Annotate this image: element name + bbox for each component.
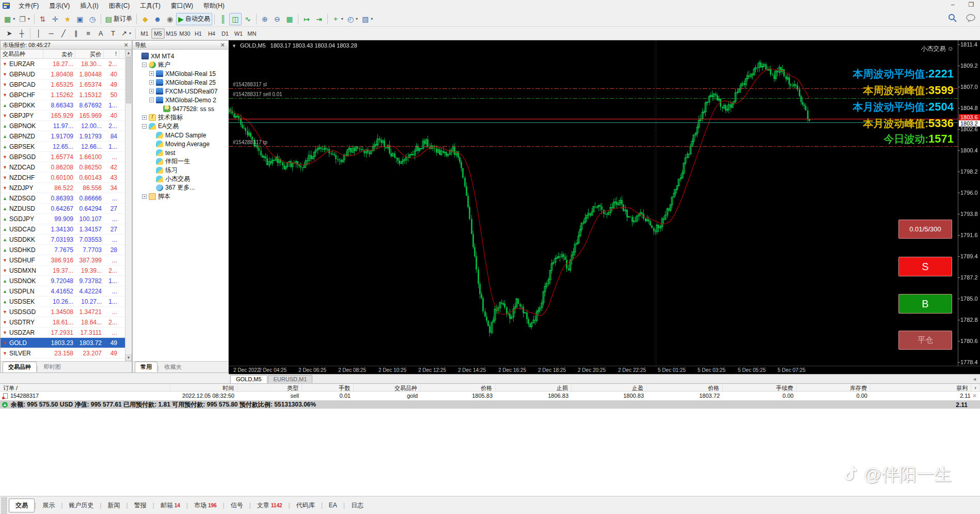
data-window-toggle[interactable]: ✛ (49, 13, 61, 25)
tree-item[interactable]: +f技术指标 (133, 113, 228, 122)
strategy-tester-toggle[interactable]: ◷ (86, 13, 99, 25)
col-ask[interactable]: 买价 (75, 50, 104, 58)
market-watch-row[interactable]: ▼GBPJPY165.929165.96940 (1, 111, 125, 121)
zoom-out-button[interactable]: ⊖ (271, 13, 283, 25)
buy-button[interactable]: B (898, 294, 952, 314)
channel-tool[interactable]: ∥ (70, 27, 82, 40)
market-watch-row[interactable]: ▼GOLD1803.231803.7249 (1, 338, 125, 348)
candle-chart-button[interactable]: ◫ (229, 13, 242, 25)
navigator-toggle[interactable]: ★ (61, 13, 74, 25)
bottom-tab-9[interactable]: 代码库 (290, 499, 321, 512)
menu-item-5[interactable]: 窗口(W) (166, 1, 198, 11)
market-watch-row[interactable]: ▼GBPSGD1.657741.66100... (1, 152, 125, 162)
tree-item[interactable]: 367 更多... (133, 183, 228, 192)
market-watch-row[interactable]: ▲SGDJPY99.909100.107... (1, 214, 125, 224)
terminal-toggle[interactable]: ▣ (74, 13, 86, 25)
term-col-3[interactable]: 手数 (302, 384, 354, 391)
chart-tab-1[interactable]: EURUSD,M1 (268, 375, 313, 383)
templates-button[interactable]: ▧▾ (360, 13, 375, 25)
tab-scroll-left-icon[interactable]: ◄ (972, 377, 977, 382)
zoom-in-button[interactable]: ⊕ (259, 13, 271, 25)
market-watch-row[interactable]: ▼USDZAR17.293117.3111... (1, 328, 125, 338)
community-chat-icon[interactable] (966, 14, 976, 22)
market-watch-toggle[interactable]: ⇅ (37, 13, 49, 25)
market-watch-row[interactable]: ▲USDDKK7.031937.03553... (1, 235, 125, 245)
col-spread[interactable]: ! (104, 50, 119, 58)
market-watch-tab-1[interactable]: 即时图 (38, 362, 67, 372)
market-watch-row[interactable]: ▲GBPDKK8.663438.676921... (1, 100, 125, 111)
market-watch-row[interactable]: ▼GBPCHF1.152621.1531250 (1, 90, 125, 100)
market-watch-row[interactable]: ▲USDCAD1.341301.3415727 (1, 224, 125, 235)
new-chart-button[interactable]: ▦▾ (2, 13, 17, 25)
scrollbar-thumb[interactable] (126, 57, 131, 103)
indicators-button[interactable]: ＋▾ (330, 13, 345, 25)
menu-item-1[interactable]: 显示(V) (44, 1, 75, 11)
bottom-tab-2[interactable]: 账户历史 (62, 499, 100, 512)
bottom-tab-11[interactable]: 日志 (345, 499, 370, 512)
header-more-icon[interactable]: › (971, 384, 980, 391)
timeframe-m15[interactable]: M15 (165, 28, 178, 39)
expand-icon[interactable]: + (149, 89, 154, 94)
community-icon[interactable]: ☻ (151, 13, 164, 25)
timeframe-h4[interactable]: H4 (205, 28, 218, 39)
term-col-5[interactable]: 价格 (421, 384, 496, 391)
term-col-2[interactable]: 类型 (238, 384, 302, 391)
collapse-icon[interactable]: − (142, 124, 147, 129)
close-icon[interactable]: ✕ (122, 42, 130, 49)
market-icon[interactable]: ◆ (139, 13, 151, 25)
market-watch-row[interactable]: ▲GBPNOK11.97...12.00...2... (1, 121, 125, 131)
collapse-icon[interactable]: − (149, 98, 154, 102)
tree-item[interactable]: 伴阳一生 (133, 157, 228, 166)
market-watch-row[interactable]: ▲GBPNZD1.917091.9179384 (1, 131, 125, 142)
search-icon[interactable] (948, 13, 957, 23)
collapsed-panel-strip[interactable] (1, 497, 7, 514)
col-bid[interactable]: 卖价 (43, 50, 75, 58)
term-col-7[interactable]: 止盈 (572, 384, 647, 391)
market-watch-row[interactable]: ▼GBPCAD1.653251.6537449 (1, 80, 125, 90)
close-icon[interactable]: ✕ (219, 42, 226, 49)
market-watch-row[interactable]: ▲NZDUSD0.642670.6429427 (1, 204, 125, 214)
market-watch-scrollbar[interactable]: ▲ ▼ (125, 50, 132, 361)
crosshair-tool[interactable]: ┼ (15, 27, 28, 40)
menu-item-0[interactable]: 文件(F) (13, 1, 44, 11)
bottom-tab-1[interactable]: 展示 (36, 499, 61, 512)
label-tool[interactable]: T (107, 27, 119, 40)
tree-item[interactable]: +XMGlobal-Real 25 (133, 78, 228, 87)
bottom-tab-4[interactable]: 警报 (128, 499, 153, 512)
scroll-up-icon[interactable]: ▲ (125, 50, 132, 56)
market-watch-row[interactable]: ▼NZDJPY86.52286.55634 (1, 183, 125, 193)
bottom-tab-8[interactable]: 文章1142 (251, 499, 289, 512)
menu-item-6[interactable]: 帮助(H) (198, 1, 230, 11)
market-watch-row[interactable]: ▼USDHUF386.916387.399... (1, 255, 125, 266)
tree-item[interactable]: XM MT4 (133, 52, 228, 60)
bottom-tab-5[interactable]: 邮箱14 (154, 499, 186, 512)
market-watch-row[interactable]: ▲USDSEK10.26...10.27...1... (1, 297, 125, 307)
expand-icon[interactable]: + (149, 80, 154, 85)
tree-item[interactable]: 9477528: ss ss (133, 104, 228, 113)
tree-item[interactable]: MACD Sample (133, 131, 228, 139)
menu-item-4[interactable]: 工具(T) (135, 1, 165, 11)
collapse-icon[interactable]: − (142, 63, 147, 67)
term-col-11[interactable]: 获利 (871, 384, 971, 391)
scroll-down-icon[interactable]: ▼ (125, 354, 132, 361)
text-tool[interactable]: A (94, 27, 107, 40)
timeframe-mn[interactable]: MN (245, 28, 259, 39)
menu-item-2[interactable]: 插入(I) (75, 1, 103, 11)
col-symbol[interactable]: 交易品种 (1, 50, 43, 58)
signals-icon[interactable]: ◉ (164, 13, 176, 25)
market-watch-row[interactable]: ▲NZDSGD0.863930.86666... (1, 193, 125, 204)
market-watch-row[interactable]: ▼GBPAUD1.804081.8044840 (1, 69, 125, 80)
tree-item[interactable]: 小杰交易 (133, 175, 228, 183)
timeframe-m5[interactable]: M5 (151, 28, 165, 39)
time-axis[interactable]: 2 Dec 20222 Dec 04:252 Dec 06:252 Dec 08… (229, 366, 980, 374)
term-col-4[interactable]: 交易品种 (354, 384, 421, 391)
line-chart-button[interactable]: ∿ (242, 13, 254, 25)
periods-button[interactable]: ◴▾ (345, 13, 360, 25)
timeframe-d1[interactable]: D1 (218, 28, 232, 39)
hline-tool[interactable]: ─ (45, 27, 57, 40)
close-order-icon[interactable]: ✕ (971, 393, 977, 399)
market-watch-row[interactable]: ▼USDSGD1.345081.34721... (1, 307, 125, 317)
tree-item[interactable]: +FXCM-USDReal07 (133, 87, 228, 96)
chart-shift-button[interactable]: ⇥ (313, 13, 325, 25)
term-col-10[interactable]: 库存费 (797, 384, 871, 391)
